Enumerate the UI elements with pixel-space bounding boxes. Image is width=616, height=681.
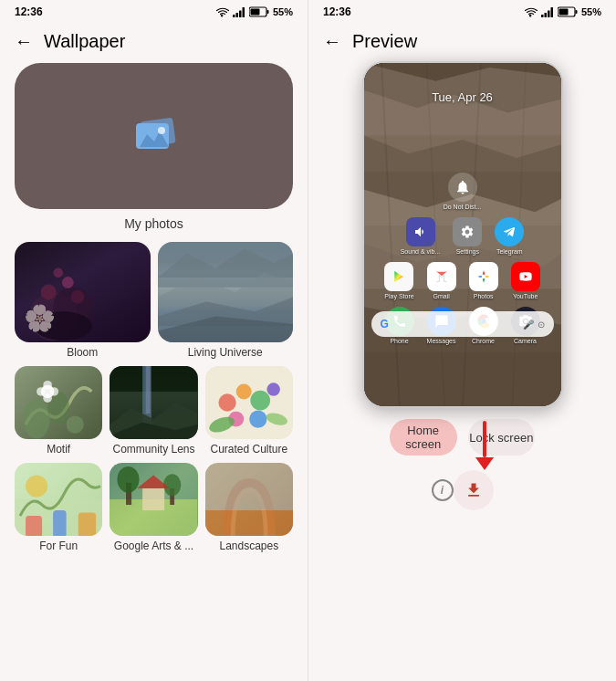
svg-rect-48 — [78, 512, 96, 536]
svg-point-10 — [158, 127, 165, 134]
wallpaper-name-curated-culture: Curated Culture — [210, 443, 287, 456]
svg-rect-3 — [242, 7, 245, 17]
wallpaper-name-community-lens: Community Lens — [112, 443, 194, 456]
right-back-button[interactable]: ← — [323, 31, 341, 52]
left-panel: 12:36 55% — [0, 0, 308, 681]
app-label-settings: Settings — [456, 248, 479, 255]
wallpaper-thumb-community-lens — [110, 366, 197, 439]
app-label-telegram: Telegram — [496, 248, 523, 255]
app-icon-settings — [453, 217, 482, 246]
my-photos-button[interactable] — [15, 63, 293, 209]
info-icon[interactable]: i — [432, 479, 454, 501]
home-screen-button[interactable]: Home screen — [390, 419, 457, 456]
svg-rect-64 — [575, 10, 577, 14]
right-status-bar: 12:36 55% — [308, 0, 616, 24]
wallpaper-item-for-fun[interactable]: For Fun — [15, 463, 102, 552]
app-icon-gmail — [427, 262, 456, 291]
svg-rect-46 — [26, 516, 42, 536]
left-status-icons: 55% — [216, 6, 293, 17]
wallpaper-item-living-universe[interactable]: Living Universe — [158, 242, 294, 359]
app-label-messages: Messages — [427, 338, 456, 344]
app-label-camera: Camera — [514, 338, 537, 344]
right-header: ← Preview — [308, 24, 616, 61]
app-label-chrome: Chrome — [472, 338, 495, 344]
svg-point-30 — [43, 393, 52, 403]
right-page-title: Preview — [352, 31, 417, 52]
svg-rect-1 — [235, 13, 238, 17]
wallpaper-item-curated-culture[interactable]: Curated Culture — [205, 366, 293, 456]
wallpaper-item-google-arts[interactable]: Google Arts & ... — [110, 463, 197, 552]
svg-rect-57 — [205, 510, 293, 536]
svg-point-37 — [235, 384, 251, 400]
wallpaper-thumb-motif — [15, 366, 102, 439]
svg-point-36 — [218, 393, 235, 411]
right-signal-icon — [541, 7, 554, 17]
preview-container: Tue, Apr 26 Do Not Dist... — [308, 61, 616, 681]
app-icon-youtube — [511, 262, 540, 291]
svg-rect-0 — [233, 15, 235, 17]
svg-point-13 — [34, 311, 92, 340]
app-label-photos: Photos — [474, 293, 494, 299]
google-g-icon: G — [381, 318, 389, 330]
wallpaper-thumb-for-fun — [15, 463, 102, 536]
phone-preview-date: Tue, Apr 26 — [364, 90, 561, 104]
signal-icon — [233, 7, 245, 17]
app-col-settings: Settings — [453, 217, 482, 255]
wallpaper-grid-row3: For Fun — [15, 463, 293, 552]
svg-point-29 — [43, 381, 52, 390]
wallpaper-thumb-google-arts — [110, 463, 197, 536]
battery-icon — [249, 6, 269, 17]
mic-icon: 🎤 — [523, 320, 534, 330]
svg-point-27 — [37, 387, 46, 396]
left-time: 12:36 — [15, 5, 43, 18]
svg-point-15 — [62, 277, 74, 288]
app-row-1: Do Not Dist... — [371, 173, 554, 210]
left-header: ← Wallpaper — [0, 24, 308, 63]
right-time: 12:36 — [323, 5, 351, 18]
app-label-youtube: YouTube — [513, 293, 538, 299]
svg-point-39 — [266, 382, 279, 395]
app-icon-dnd — [448, 173, 477, 202]
left-status-bar: 12:36 55% — [0, 0, 308, 24]
wallpaper-item-community-lens[interactable]: Community Lens — [110, 366, 197, 456]
wallpaper-thumb-curated-culture — [205, 366, 293, 439]
right-status-icons: 55% — [525, 6, 601, 17]
phone-preview: Tue, Apr 26 Do Not Dist... — [362, 61, 563, 408]
svg-point-17 — [71, 290, 85, 304]
download-button[interactable] — [454, 470, 494, 510]
download-icon — [465, 481, 483, 499]
right-panel: 12:36 55% ← Preview — [308, 0, 616, 681]
left-back-button[interactable]: ← — [15, 31, 33, 52]
wallpaper-name-living-universe: Living Universe — [188, 346, 263, 359]
app-col-photos: Photos — [469, 262, 498, 299]
app-col-sound: Sound & vib... — [401, 217, 441, 255]
app-icon-playstore — [384, 262, 413, 291]
svg-point-45 — [26, 476, 47, 498]
svg-point-23 — [24, 399, 50, 438]
app-col-playstore: Play Store — [384, 262, 413, 299]
wallpaper-apply-buttons: Home screen Lock screen — [375, 408, 549, 466]
svg-rect-58 — [205, 463, 293, 510]
svg-point-25 — [67, 415, 84, 433]
wallpaper-content: My photos — [0, 63, 308, 681]
svg-rect-55 — [142, 488, 164, 510]
wallpaper-item-bloom[interactable]: Bloom — [15, 242, 151, 359]
svg-rect-61 — [548, 10, 550, 17]
wallpaper-name-bloom: Bloom — [67, 346, 98, 359]
phone-icons-area: Do Not Dist... Sound & vib... — [364, 173, 561, 351]
app-col-youtube: YouTube — [511, 262, 540, 299]
svg-rect-6 — [250, 9, 259, 16]
wallpaper-name-google-arts: Google Arts & ... — [114, 540, 193, 552]
svg-point-38 — [250, 391, 270, 411]
app-label-dnd: Do Not Dist... — [444, 204, 482, 210]
wallpaper-grid-row2: Motif C — [15, 366, 293, 456]
svg-rect-59 — [541, 15, 544, 17]
app-row-3: Play Store — [371, 262, 554, 299]
wallpaper-item-motif[interactable]: Motif — [15, 366, 102, 456]
svg-point-43 — [265, 411, 288, 427]
svg-point-14 — [41, 285, 57, 300]
wallpaper-item-landscapes[interactable]: Landscapes — [205, 463, 293, 552]
lock-screen-button[interactable]: Lock screen — [468, 419, 536, 456]
app-col-telegram: Telegram — [495, 217, 524, 255]
svg-rect-60 — [544, 13, 547, 17]
